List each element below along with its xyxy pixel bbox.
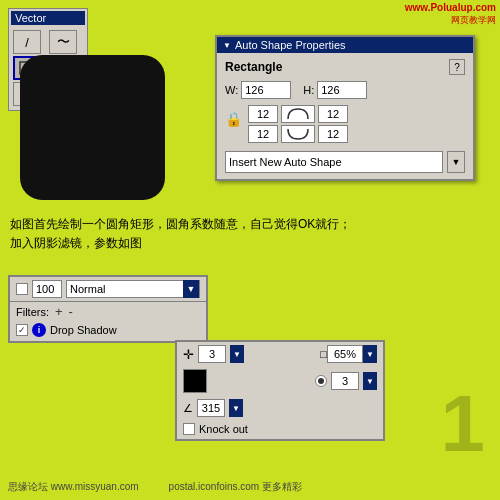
wh-row: W: H: (225, 81, 465, 99)
corners-top-row (248, 105, 348, 123)
tool-bezier[interactable]: 〜 (49, 30, 77, 54)
ds-row-3: ∠ ▼ (177, 396, 383, 420)
vector-title: Vector (11, 11, 85, 25)
ds-angle-input[interactable] (197, 399, 225, 417)
knock-out-row: Knock out (177, 420, 383, 439)
insert-dropdown-arrow[interactable]: ▼ (447, 151, 465, 173)
insert-input[interactable] (225, 151, 443, 173)
corner-br-input[interactable] (318, 125, 348, 143)
normal-select-wrap: Normal ▼ (66, 280, 200, 298)
height-input[interactable] (317, 81, 367, 99)
ds-opacity-arrow[interactable]: ▼ (363, 345, 377, 363)
shape-type-label: Rectangle (225, 60, 282, 74)
ds-radio[interactable] (315, 375, 327, 387)
shape-preview (20, 55, 165, 200)
desc-line1: 如图首先绘制一个圆角矩形，圆角系数随意，自己觉得OK就行； (10, 215, 351, 234)
corner-bl-shape (281, 125, 315, 143)
filter-active-checkbox[interactable] (16, 283, 28, 295)
normal-label: Normal (67, 282, 183, 296)
step-number: 1 (441, 378, 486, 470)
height-field: H: (303, 81, 367, 99)
panel-body: Rectangle ? W: H: 🔒 (217, 53, 473, 179)
width-label: W: (225, 84, 238, 96)
drop-shadow-label: Drop Shadow (50, 324, 117, 336)
corners-bottom-row (248, 125, 348, 143)
help-button[interactable]: ? (449, 59, 465, 75)
panel-collapse-icon: ▼ (223, 41, 231, 50)
corners-section: 🔒 (225, 105, 465, 143)
opacity-input[interactable] (32, 280, 62, 298)
shape-type-row: Rectangle ? (225, 59, 465, 75)
ds-distance-arrow[interactable]: ▼ (230, 345, 244, 363)
ds-radius-input[interactable] (331, 372, 359, 390)
filters-label: Filters: (16, 306, 49, 318)
ds-angle-arrow[interactable]: ▼ (229, 399, 243, 417)
width-field: W: (225, 81, 291, 99)
watermark-line1: www.Polualup.com (405, 2, 496, 13)
corners-container (248, 105, 348, 143)
normal-select-arrow[interactable]: ▼ (183, 280, 199, 298)
lock-icon[interactable]: 🔒 (225, 111, 242, 127)
corner-tr-input[interactable] (318, 105, 348, 123)
ds-opacity-icon: □ (320, 348, 327, 360)
filter-add-button[interactable]: + (55, 304, 63, 319)
desc-line2: 加入阴影滤镜，参数如图 (10, 234, 351, 253)
panel-title-bar: ▼ Auto Shape Properties (217, 37, 473, 53)
width-input[interactable] (241, 81, 291, 99)
desc-text: 如图首先绘制一个圆角矩形，圆角系数随意，自己觉得OK就行； 加入阴影滤镜，参数如… (10, 215, 351, 253)
drop-shadow-checkbox[interactable]: ✓ (16, 324, 28, 336)
drop-shadow-info-icon[interactable]: i (32, 323, 46, 337)
corner-bl-input[interactable] (248, 125, 278, 143)
filters-title-row: Normal ▼ (10, 277, 206, 302)
ds-row-2: ▼ (177, 366, 383, 396)
ds-row-1: ✛ ▼ □ ▼ (177, 342, 383, 366)
ds-opacity-input[interactable] (327, 345, 363, 363)
ds-radius-arrow[interactable]: ▼ (363, 372, 377, 390)
auto-shape-panel: ▼ Auto Shape Properties Rectangle ? W: H… (215, 35, 475, 181)
footer: 思缘论坛 www.missyuan.com postal.iconfoins.c… (8, 480, 302, 494)
insert-row: ▼ (225, 151, 465, 173)
knock-out-checkbox[interactable] (183, 423, 195, 435)
tool-pen[interactable]: / (13, 30, 41, 54)
ds-properties-panel: ✛ ▼ □ ▼ ▼ ∠ ▼ Knock out (175, 340, 385, 441)
ds-distance-input[interactable] (198, 345, 226, 363)
footer-right: postal.iconfoins.com 更多精彩 (169, 480, 302, 494)
ds-color-swatch[interactable] (183, 369, 207, 393)
footer-left: 思缘论坛 www.missyuan.com (8, 480, 139, 494)
ds-move-icon: ✛ (183, 347, 194, 362)
corner-tl-shape (281, 105, 315, 123)
watermark-line2: 网页教学网 (451, 14, 496, 27)
filter-remove-button[interactable]: - (69, 304, 73, 319)
height-label: H: (303, 84, 314, 96)
ds-angle-icon: ∠ (183, 402, 193, 415)
drop-shadow-row: ✓ i Drop Shadow (10, 321, 206, 341)
panel-title: Auto Shape Properties (235, 39, 346, 51)
knock-out-label: Knock out (199, 423, 248, 435)
corner-tl-input[interactable] (248, 105, 278, 123)
filters-label-row: Filters: + - (10, 302, 206, 321)
ds-opacity-wrap: □ ▼ (320, 345, 377, 363)
filters-panel: Normal ▼ Filters: + - ✓ i Drop Shadow (8, 275, 208, 343)
